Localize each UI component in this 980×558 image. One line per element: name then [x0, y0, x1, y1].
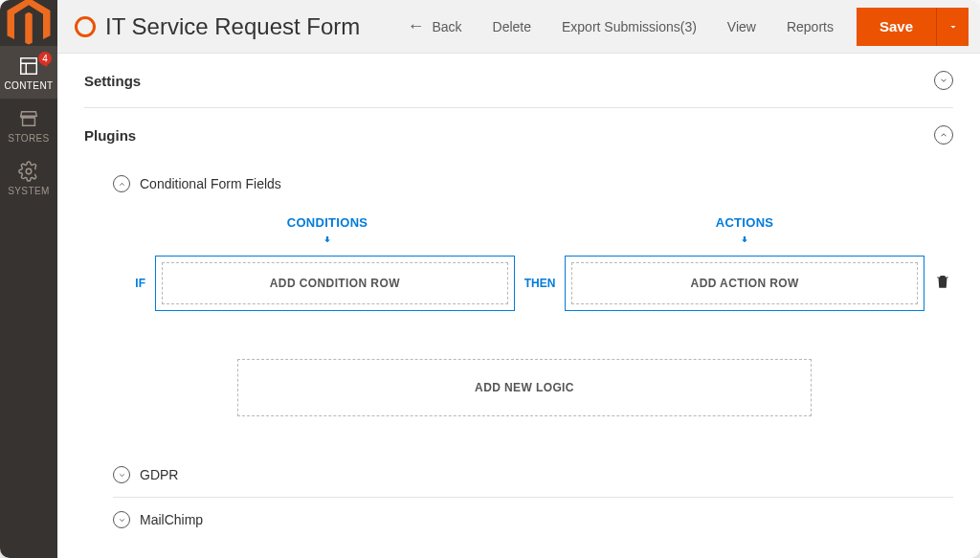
builder-headers: CONDITIONS ACTIONS — [147, 215, 953, 250]
chevron-down-icon[interactable] — [934, 71, 953, 90]
save-button[interactable]: Save — [857, 8, 936, 46]
admin-sidebar: CONTENT 4 STORES SYSTEM — [0, 0, 57, 558]
if-label: IF — [113, 277, 145, 290]
page-title: IT Service Request Form — [105, 13, 360, 40]
sidebar-item-label: STORES — [8, 133, 49, 144]
logic-row: IF ADD CONDITION ROW THEN ADD ACTION ROW — [113, 256, 953, 311]
conditions-header-label: CONDITIONS — [287, 215, 368, 230]
main-panel: IT Service Request Form Back Delete Expo… — [57, 0, 980, 558]
caret-down-icon — [947, 21, 959, 33]
sidebar-item-content[interactable]: CONTENT 4 — [0, 46, 57, 99]
collapsed-plugins: GDPR MailChimp — [113, 445, 953, 542]
save-button-group: Save — [857, 8, 969, 46]
then-label: THEN — [524, 277, 556, 290]
chevron-up-icon[interactable] — [934, 125, 953, 145]
section-title: Settings — [84, 73, 141, 89]
sidebar-item-label: CONTENT — [4, 80, 53, 91]
actions-column-header: ACTIONS — [565, 215, 924, 250]
actions-dropzone: ADD ACTION ROW — [565, 256, 924, 311]
content-area: Settings Plugins Conditional Form Fields — [57, 54, 980, 558]
svg-point-3 — [26, 168, 32, 174]
chevron-down-icon[interactable] — [113, 466, 130, 483]
arrow-down-icon — [565, 234, 924, 250]
sidebar-item-system[interactable]: SYSTEM — [0, 151, 57, 204]
page-header: IT Service Request Form Back Delete Expo… — [57, 0, 980, 54]
delete-button[interactable]: Delete — [478, 0, 546, 53]
sidebar-item-label: SYSTEM — [8, 186, 50, 196]
add-new-logic-button[interactable]: ADD NEW LOGIC — [237, 359, 812, 416]
plugins-body: Conditional Form Fields CONDITIONS ACTIO… — [84, 162, 953, 542]
svg-rect-0 — [21, 58, 37, 75]
save-dropdown-button[interactable] — [936, 8, 969, 46]
trash-icon — [934, 273, 951, 290]
conditional-logic-builder: CONDITIONS ACTIONS IF — [113, 206, 953, 445]
plugin-gdpr[interactable]: GDPR — [113, 453, 953, 497]
section-plugins[interactable]: Plugins — [84, 108, 953, 162]
plugin-title: GDPR — [140, 467, 178, 482]
add-logic-wrap: ADD NEW LOGIC — [237, 359, 812, 416]
chevron-down-icon[interactable] — [113, 511, 130, 528]
view-button[interactable]: View — [712, 0, 771, 53]
actions-header-label: ACTIONS — [716, 215, 774, 230]
chevron-up-icon[interactable] — [113, 175, 130, 192]
add-action-row-button[interactable]: ADD ACTION ROW — [571, 262, 918, 304]
sidebar-item-stores[interactable]: STORES — [0, 99, 57, 151]
conditions-column-header: CONDITIONS — [147, 215, 507, 250]
plugin-mailchimp[interactable]: MailChimp — [113, 497, 953, 542]
add-condition-row-button[interactable]: ADD CONDITION ROW — [162, 262, 508, 304]
delete-logic-button[interactable] — [934, 273, 953, 294]
reports-button[interactable]: Reports — [771, 0, 849, 53]
conditions-dropzone: ADD CONDITION ROW — [155, 256, 515, 311]
back-button[interactable]: Back — [391, 0, 477, 53]
section-title: Plugins — [84, 127, 136, 144]
plugin-title: MailChimp — [140, 512, 203, 527]
header-actions: Back Delete Export Submissions(3) View R… — [391, 0, 980, 53]
arrow-down-icon — [147, 234, 507, 250]
form-ring-icon — [75, 16, 96, 37]
magento-logo-icon — [0, 0, 57, 46]
section-settings[interactable]: Settings — [84, 54, 953, 108]
plugin-title: Conditional Form Fields — [140, 176, 281, 191]
plugin-conditional-form-fields[interactable]: Conditional Form Fields — [113, 162, 953, 206]
export-submissions-button[interactable]: Export Submissions(3) — [546, 0, 712, 53]
